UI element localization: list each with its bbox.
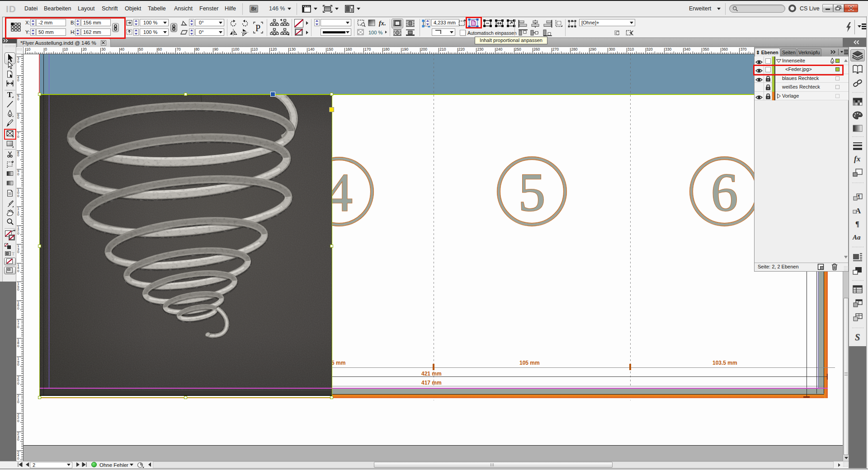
svg-text:5: 5	[518, 162, 545, 222]
svg-text:P: P	[255, 23, 260, 33]
svg-text:6: 6	[711, 162, 738, 222]
svg-text:T: T	[7, 91, 12, 99]
svg-text:¶: ¶	[858, 194, 860, 199]
